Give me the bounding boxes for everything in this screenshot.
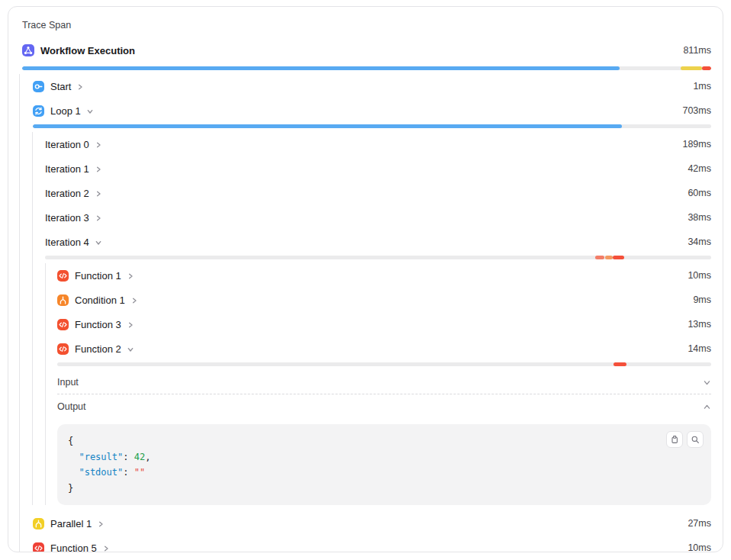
loop-icon [33,105,44,117]
copy-button[interactable] [666,431,683,448]
input-label: Input [57,377,79,388]
trace-span-panel: Trace Span Workflow Execution 811ms Star… [8,6,723,552]
span-duration: 189ms [682,140,711,150]
code-token: , [145,452,150,462]
code-token: "result" [68,452,123,462]
chevron-right-icon[interactable] [102,545,110,552]
span-row-loop-1[interactable]: Loop 1 703ms [33,98,711,123]
search-icon [691,435,700,444]
span-duration: 14ms [688,344,711,354]
code-token: 42 [134,452,145,462]
start-icon [33,81,44,92]
workflow-icon [22,44,34,56]
search-button[interactable] [687,431,704,448]
chevron-down-icon[interactable] [703,378,711,387]
span-label: Iteration 4 [45,237,89,247]
span-row-start[interactable]: Start 1ms [33,74,711,98]
code-token: "stdout" [68,467,123,478]
span-label: Function 2 [75,344,121,354]
chevron-down-icon[interactable] [127,346,134,353]
loop-timeline-bar [33,124,711,128]
span-label: Function 1 [75,271,121,281]
span-row-parallel-1[interactable]: Parallel 1 27ms [33,511,711,536]
output-section-header[interactable]: Output [57,394,711,418]
code-line: { [68,433,700,449]
span-duration: 9ms [693,295,711,305]
iteration-4-timeline-bar [45,256,711,259]
code-token: : [123,467,134,478]
span-label: Loop 1 [50,106,81,116]
chevron-up-icon[interactable] [703,403,711,411]
span-duration: 1ms [693,82,711,92]
span-duration: 10ms [688,271,711,281]
span-duration: 42ms [688,164,711,174]
code-line: "stdout": "" [68,465,700,481]
function-2-timeline-bar [57,362,711,366]
level-1-children: Start 1ms Loop 1 703ms [19,74,711,552]
parallel-icon [33,518,44,529]
chevron-right-icon[interactable] [95,190,102,198]
span-row-iteration-4[interactable]: Iteration 4 34ms [45,230,711,254]
code-token: : [123,452,134,462]
span-duration: 811ms [683,46,711,56]
span-duration: 13ms [688,320,711,330]
chevron-right-icon[interactable] [127,321,134,329]
code-line: "result": 42, [68,449,700,465]
span-row-iteration-0[interactable]: Iteration 0 189ms [45,132,711,156]
chevron-right-icon[interactable] [95,166,102,173]
span-label: Workflow Execution [40,46,135,56]
chevron-right-icon[interactable] [130,297,138,304]
chevron-right-icon[interactable] [127,272,134,280]
code-icon [57,270,69,282]
span-row-function-3[interactable]: Function 3 13ms [57,312,711,336]
span-row-iteration-1[interactable]: Iteration 1 42ms [45,156,711,181]
span-label: Iteration 0 [45,140,89,150]
span-duration: 27ms [688,519,711,529]
span-row-function-2[interactable]: Function 2 14ms [57,336,711,361]
span-label: Iteration 1 [45,164,89,174]
level-2-children: Iteration 0 189ms Iteration 1 42ms Itera… [32,132,711,505]
input-section-header[interactable]: Input [57,370,711,394]
code-icon [33,542,44,553]
span-label: Iteration 2 [45,188,89,198]
span-row-function-5[interactable]: Function 5 10ms [33,536,711,552]
code-icon [57,319,69,330]
span-duration: 34ms [688,237,711,247]
span-duration: 38ms [688,213,711,223]
workflow-timeline-bar [22,66,711,70]
span-label: Start [50,82,71,92]
chevron-right-icon[interactable] [95,141,102,149]
chevron-right-icon[interactable] [95,214,102,222]
span-label: Condition 1 [75,295,125,305]
code-token: { [68,436,73,446]
span-duration: 703ms [682,106,711,116]
span-duration: 10ms [688,543,711,552]
span-label: Function 5 [50,543,97,553]
span-row-iteration-2[interactable]: Iteration 2 60ms [45,181,711,205]
chevron-down-icon[interactable] [86,108,94,115]
chevron-down-icon[interactable] [95,239,102,246]
code-line: } [68,481,700,497]
span-row-function-1[interactable]: Function 1 10ms [57,263,711,288]
span-row-workflow-execution[interactable]: Workflow Execution 811ms [22,40,711,60]
span-duration: 60ms [688,188,711,198]
span-label: Function 3 [75,320,121,330]
condition-icon [57,294,69,306]
code-toolbar [666,431,704,448]
code-token: "" [134,467,145,478]
code-token: } [68,483,73,494]
span-row-iteration-3[interactable]: Iteration 3 38ms [45,205,711,230]
code-icon [57,343,69,355]
output-code-block: { "result": 42, "stdout": "" } [57,424,711,505]
copy-icon [670,435,679,444]
chevron-right-icon[interactable] [76,83,84,91]
span-row-condition-1[interactable]: Condition 1 9ms [57,288,711,312]
panel-title: Trace Span [22,20,711,31]
output-label: Output [57,401,86,412]
level-3-children: Function 1 10ms Condition 1 [45,263,711,505]
span-label: Parallel 1 [50,519,92,529]
chevron-right-icon[interactable] [97,520,105,528]
span-label: Iteration 3 [45,213,89,223]
